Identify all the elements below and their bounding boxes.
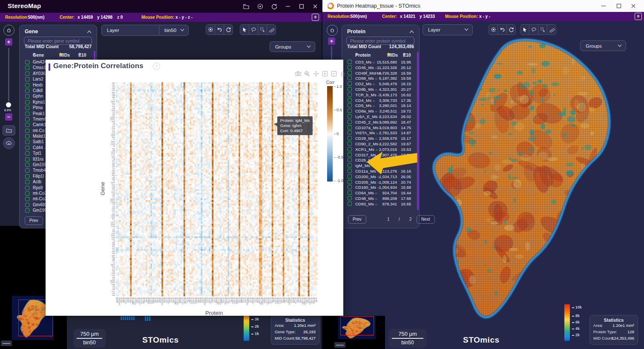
gene-checkbox[interactable] (25, 197, 29, 201)
reset-home-icon[interactable] (340, 71, 346, 77)
target-icon[interactable] (257, 3, 264, 10)
gene-checkbox[interactable] (25, 180, 29, 184)
gene-checkbox[interactable] (25, 203, 29, 207)
gene-checkbox[interactable] (25, 94, 29, 98)
gene-checkbox[interactable] (25, 112, 29, 116)
protein-row[interactable]: VISTA_Ms∞2,781,53314.87 (342, 130, 417, 136)
gene-checkbox[interactable] (25, 123, 29, 127)
close-icon[interactable] (312, 3, 319, 10)
help-icon[interactable]: ? (153, 63, 160, 70)
protein-row[interactable]: CD45_Ms∞11,223,32620.12 (342, 65, 417, 70)
pointer-select-button[interactable] (240, 25, 249, 35)
protein-checkbox[interactable] (348, 65, 352, 69)
groups-select[interactable]: Groups (270, 41, 315, 52)
zoom-out-button[interactable] (5, 113, 12, 121)
gene-checkbox[interactable] (25, 140, 29, 144)
gene-checkbox[interactable] (25, 163, 29, 167)
protein-checkbox[interactable] (348, 153, 352, 157)
redo-button[interactable] (507, 25, 515, 35)
gene-checkbox[interactable] (25, 134, 29, 138)
protein-checkbox[interactable] (348, 125, 352, 130)
protein-row[interactable]: CD107a_Ms∞3,019,80314.75 (342, 125, 417, 130)
protein-checkbox[interactable] (348, 169, 352, 173)
gene-checkbox[interactable] (25, 191, 29, 196)
protein-checkbox[interactable] (348, 87, 352, 91)
pan-icon[interactable] (313, 71, 319, 77)
zoom-slider-handle[interactable] (6, 102, 11, 107)
tissue-heatmap-canvas[interactable] (419, 24, 624, 321)
title-bar[interactable]: StereoMap (0, 0, 322, 13)
bin-select[interactable]: bin50 (159, 25, 189, 36)
box-select-button[interactable] (258, 25, 267, 35)
open-file-icon[interactable] (243, 3, 250, 10)
zoom-in-button[interactable] (328, 37, 335, 45)
protein-checkbox[interactable] (348, 163, 352, 167)
protein-checkbox[interactable] (348, 92, 352, 97)
gene-checkbox[interactable] (25, 60, 29, 64)
gene-checkbox[interactable] (25, 168, 29, 173)
protein-row[interactable]: CD4_Ms∞3,308,73317.35 (342, 98, 417, 103)
settings-button[interactable] (206, 25, 215, 35)
protein-checkbox[interactable] (348, 76, 352, 80)
protein-checkbox[interactable] (348, 180, 352, 184)
protein-row[interactable]: Ly6A_E_Ms∞3,223,63428.02 (342, 114, 417, 119)
gene-checkbox[interactable] (25, 157, 29, 162)
gene-checkbox[interactable] (25, 89, 29, 93)
minimize-icon[interactable] (285, 3, 291, 10)
title-bar[interactable]: Protein Heatmap_tissue - STOmics (322, 0, 644, 12)
box-select-button[interactable] (538, 25, 547, 35)
gene-checkbox[interactable] (25, 186, 29, 190)
zoom-icon[interactable] (304, 71, 310, 77)
maximize-icon[interactable] (298, 3, 305, 10)
protein-checkbox[interactable] (348, 196, 352, 200)
lasso-select-button[interactable] (249, 25, 258, 35)
chevron-up-icon[interactable] (87, 30, 92, 34)
gene-checkbox[interactable] (25, 117, 29, 121)
gene-checkbox[interactable] (25, 174, 29, 179)
gene-checkbox[interactable] (25, 72, 29, 76)
protein-row[interactable]: CD48_Ms∞898,20917.68 (342, 196, 417, 201)
gene-checkbox[interactable] (25, 151, 29, 156)
protein-row[interactable]: CD160_Ms∞1,004,93415.68 (342, 185, 417, 190)
protein-checkbox[interactable] (348, 147, 352, 151)
lasso-select-button[interactable] (529, 25, 538, 35)
protein-checkbox[interactable] (348, 174, 352, 179)
measure-button[interactable] (267, 25, 276, 35)
flip-axes-icon[interactable]: 0 (635, 13, 642, 20)
groups-select[interactable]: Groups (580, 40, 626, 51)
protein-checkbox[interactable] (348, 60, 352, 64)
protein-row[interactable]: CD3_Ms∞15,515,68015.95 (342, 59, 417, 65)
protein-checkbox[interactable] (348, 130, 352, 135)
minimize-icon[interactable] (600, 3, 607, 9)
chevron-up-icon[interactable] (409, 30, 414, 34)
protein-row[interactable]: TCR_b_Ms∞3,439,17316.62 (342, 92, 417, 98)
protein-row[interactable]: CD45_2_Ms∞3,089,89218.47 (342, 119, 417, 125)
protein-checkbox[interactable] (348, 109, 352, 113)
zoom-in-box-icon[interactable] (322, 71, 328, 77)
minimap-viewport-rect[interactable] (340, 316, 374, 335)
scrollbar[interactable] (417, 52, 419, 210)
gene-checkbox[interactable] (25, 83, 29, 87)
protein-row[interactable]: CD83_Ms∞878,34116.65 (342, 201, 417, 207)
protein-checkbox[interactable] (348, 71, 352, 75)
flip-axes-icon[interactable]: 0 (312, 14, 319, 21)
protein-checkbox[interactable] (348, 141, 352, 146)
zoom-in-button[interactable] (5, 38, 12, 46)
gene-checkbox[interactable] (25, 208, 29, 213)
camera-icon[interactable] (295, 71, 301, 77)
open-project-button[interactable] (3, 125, 15, 136)
undo-button[interactable] (215, 25, 224, 35)
prev-page-button[interactable]: Prev (25, 216, 43, 225)
redo-button[interactable] (224, 25, 233, 35)
protein-checkbox[interactable] (348, 185, 352, 189)
protein-row[interactable]: CD64_Ms∞924,70416.44 (342, 190, 417, 196)
reload-icon[interactable] (271, 3, 278, 10)
export-button[interactable] (3, 137, 15, 149)
protein-checkbox[interactable] (348, 98, 352, 102)
gene-checkbox[interactable] (25, 77, 29, 81)
protein-row[interactable]: CD68_Ms∞6,197,38219.58 (342, 75, 417, 81)
gene-checkbox[interactable] (25, 129, 29, 133)
gene-checkbox[interactable] (25, 66, 29, 70)
gene-checkbox[interactable] (25, 146, 29, 150)
next-page-button[interactable]: Next (417, 215, 435, 224)
